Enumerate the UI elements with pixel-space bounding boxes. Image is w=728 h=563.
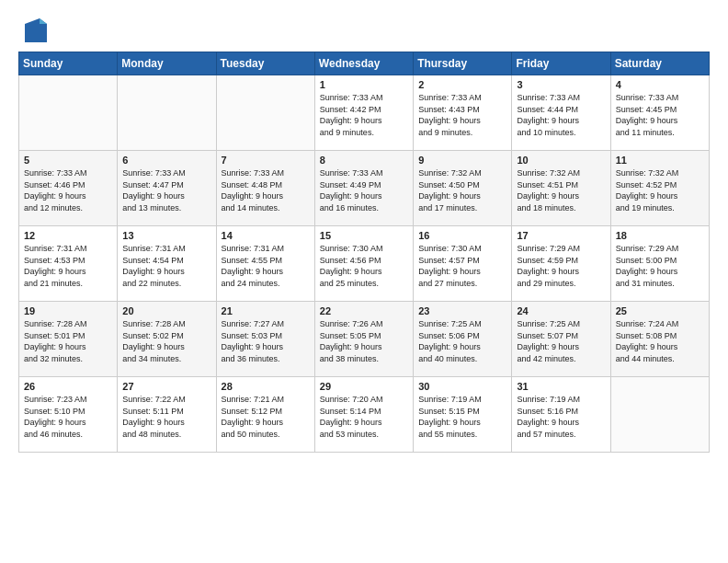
day-info: Sunrise: 7:33 AM Sunset: 4:42 PM Dayligh… (320, 92, 408, 138)
day-number: 11 (616, 155, 704, 166)
day-info: Sunrise: 7:33 AM Sunset: 4:45 PM Dayligh… (616, 92, 704, 138)
col-header-wednesday: Wednesday (314, 52, 413, 75)
day-cell: 5Sunrise: 7:33 AM Sunset: 4:46 PM Daylig… (19, 151, 118, 226)
day-number: 7 (222, 155, 310, 166)
day-info: Sunrise: 7:23 AM Sunset: 5:10 PM Dayligh… (24, 394, 112, 440)
day-info: Sunrise: 7:32 AM Sunset: 4:50 PM Dayligh… (418, 167, 506, 213)
day-cell: 31Sunrise: 7:19 AM Sunset: 5:16 PM Dayli… (512, 377, 610, 453)
page: SundayMondayTuesdayWednesdayThursdayFrid… (0, 0, 728, 462)
day-cell: 21Sunrise: 7:27 AM Sunset: 5:03 PM Dayli… (216, 302, 314, 377)
day-number: 30 (418, 381, 506, 392)
day-cell: 2Sunrise: 7:33 AM Sunset: 4:43 PM Daylig… (414, 75, 512, 151)
col-header-friday: Friday (512, 52, 610, 75)
day-cell: 13Sunrise: 7:31 AM Sunset: 4:54 PM Dayli… (118, 226, 216, 302)
day-number: 13 (122, 230, 210, 241)
col-header-monday: Monday (118, 52, 216, 75)
day-number: 5 (24, 155, 112, 166)
day-cell: 1Sunrise: 7:33 AM Sunset: 4:42 PM Daylig… (314, 75, 413, 151)
day-number: 27 (122, 381, 210, 392)
day-info: Sunrise: 7:33 AM Sunset: 4:48 PM Dayligh… (222, 167, 310, 213)
day-cell: 26Sunrise: 7:23 AM Sunset: 5:10 PM Dayli… (19, 377, 118, 453)
day-info: Sunrise: 7:31 AM Sunset: 4:53 PM Dayligh… (24, 243, 112, 289)
day-number: 2 (418, 79, 506, 90)
day-info: Sunrise: 7:31 AM Sunset: 4:54 PM Dayligh… (122, 243, 210, 289)
day-cell: 27Sunrise: 7:22 AM Sunset: 5:11 PM Dayli… (118, 377, 216, 453)
logo (18, 17, 47, 46)
day-info: Sunrise: 7:33 AM Sunset: 4:43 PM Dayligh… (418, 92, 506, 138)
day-number: 18 (616, 230, 704, 241)
day-number: 22 (320, 305, 408, 316)
day-info: Sunrise: 7:30 AM Sunset: 4:57 PM Dayligh… (418, 243, 506, 289)
day-info: Sunrise: 7:32 AM Sunset: 4:51 PM Dayligh… (517, 167, 605, 213)
day-info: Sunrise: 7:26 AM Sunset: 5:05 PM Dayligh… (320, 318, 408, 364)
day-number: 17 (517, 230, 605, 241)
day-cell: 25Sunrise: 7:24 AM Sunset: 5:08 PM Dayli… (610, 302, 709, 377)
day-number: 9 (418, 155, 506, 166)
day-number: 4 (616, 79, 704, 90)
day-info: Sunrise: 7:33 AM Sunset: 4:49 PM Dayligh… (320, 167, 408, 213)
day-number: 24 (517, 305, 605, 316)
day-info: Sunrise: 7:19 AM Sunset: 5:16 PM Dayligh… (517, 394, 605, 440)
week-row-4: 19Sunrise: 7:28 AM Sunset: 5:01 PM Dayli… (19, 302, 710, 377)
day-info: Sunrise: 7:33 AM Sunset: 4:47 PM Dayligh… (122, 167, 210, 213)
day-number: 25 (616, 305, 704, 316)
day-info: Sunrise: 7:29 AM Sunset: 4:59 PM Dayligh… (517, 243, 605, 289)
day-number: 29 (320, 381, 408, 392)
day-cell: 15Sunrise: 7:30 AM Sunset: 4:56 PM Dayli… (314, 226, 413, 302)
calendar-table: SundayMondayTuesdayWednesdayThursdayFrid… (18, 52, 710, 453)
day-info: Sunrise: 7:25 AM Sunset: 5:06 PM Dayligh… (418, 318, 506, 364)
day-cell: 6Sunrise: 7:33 AM Sunset: 4:47 PM Daylig… (118, 151, 216, 226)
day-cell: 4Sunrise: 7:33 AM Sunset: 4:45 PM Daylig… (610, 75, 709, 151)
day-cell (118, 75, 216, 151)
day-cell: 9Sunrise: 7:32 AM Sunset: 4:50 PM Daylig… (414, 151, 512, 226)
day-number: 28 (222, 381, 310, 392)
day-number: 12 (24, 230, 112, 241)
day-info: Sunrise: 7:25 AM Sunset: 5:07 PM Dayligh… (517, 318, 605, 364)
week-row-3: 12Sunrise: 7:31 AM Sunset: 4:53 PM Dayli… (19, 226, 710, 302)
col-header-saturday: Saturday (610, 52, 709, 75)
day-info: Sunrise: 7:28 AM Sunset: 5:01 PM Dayligh… (24, 318, 112, 364)
day-cell: 12Sunrise: 7:31 AM Sunset: 4:53 PM Dayli… (19, 226, 118, 302)
day-number: 6 (122, 155, 210, 166)
day-number: 20 (122, 305, 210, 316)
day-info: Sunrise: 7:32 AM Sunset: 4:52 PM Dayligh… (616, 167, 704, 213)
day-number: 19 (24, 305, 112, 316)
day-number: 10 (517, 155, 605, 166)
day-info: Sunrise: 7:24 AM Sunset: 5:08 PM Dayligh… (616, 318, 704, 364)
day-cell: 29Sunrise: 7:20 AM Sunset: 5:14 PM Dayli… (314, 377, 413, 453)
day-info: Sunrise: 7:22 AM Sunset: 5:11 PM Dayligh… (122, 394, 210, 440)
day-cell: 19Sunrise: 7:28 AM Sunset: 5:01 PM Dayli… (19, 302, 118, 377)
day-cell: 17Sunrise: 7:29 AM Sunset: 4:59 PM Dayli… (512, 226, 610, 302)
week-row-1: 1Sunrise: 7:33 AM Sunset: 4:42 PM Daylig… (19, 75, 710, 151)
day-cell (19, 75, 118, 151)
day-number: 14 (222, 230, 310, 241)
day-cell: 23Sunrise: 7:25 AM Sunset: 5:06 PM Dayli… (414, 302, 512, 377)
logo-text (18, 17, 47, 46)
day-number: 31 (517, 381, 605, 392)
day-number: 21 (222, 305, 310, 316)
day-cell: 20Sunrise: 7:28 AM Sunset: 5:02 PM Dayli… (118, 302, 216, 377)
day-cell: 14Sunrise: 7:31 AM Sunset: 4:55 PM Dayli… (216, 226, 314, 302)
day-info: Sunrise: 7:33 AM Sunset: 4:44 PM Dayligh… (517, 92, 605, 138)
day-info: Sunrise: 7:19 AM Sunset: 5:15 PM Dayligh… (418, 394, 506, 440)
day-number: 15 (320, 230, 408, 241)
day-cell: 7Sunrise: 7:33 AM Sunset: 4:48 PM Daylig… (216, 151, 314, 226)
logo-icon (21, 17, 47, 46)
day-cell: 24Sunrise: 7:25 AM Sunset: 5:07 PM Dayli… (512, 302, 610, 377)
day-info: Sunrise: 7:20 AM Sunset: 5:14 PM Dayligh… (320, 394, 408, 440)
day-cell: 3Sunrise: 7:33 AM Sunset: 4:44 PM Daylig… (512, 75, 610, 151)
week-row-2: 5Sunrise: 7:33 AM Sunset: 4:46 PM Daylig… (19, 151, 710, 226)
day-cell: 11Sunrise: 7:32 AM Sunset: 4:52 PM Dayli… (610, 151, 709, 226)
day-number: 26 (24, 381, 112, 392)
day-cell: 22Sunrise: 7:26 AM Sunset: 5:05 PM Dayli… (314, 302, 413, 377)
day-number: 23 (418, 305, 506, 316)
day-cell: 28Sunrise: 7:21 AM Sunset: 5:12 PM Dayli… (216, 377, 314, 453)
col-header-thursday: Thursday (414, 52, 512, 75)
day-cell: 16Sunrise: 7:30 AM Sunset: 4:57 PM Dayli… (414, 226, 512, 302)
col-header-sunday: Sunday (19, 52, 118, 75)
day-cell: 18Sunrise: 7:29 AM Sunset: 5:00 PM Dayli… (610, 226, 709, 302)
day-number: 8 (320, 155, 408, 166)
svg-marker-1 (40, 18, 47, 24)
header (18, 17, 710, 46)
day-number: 3 (517, 79, 605, 90)
